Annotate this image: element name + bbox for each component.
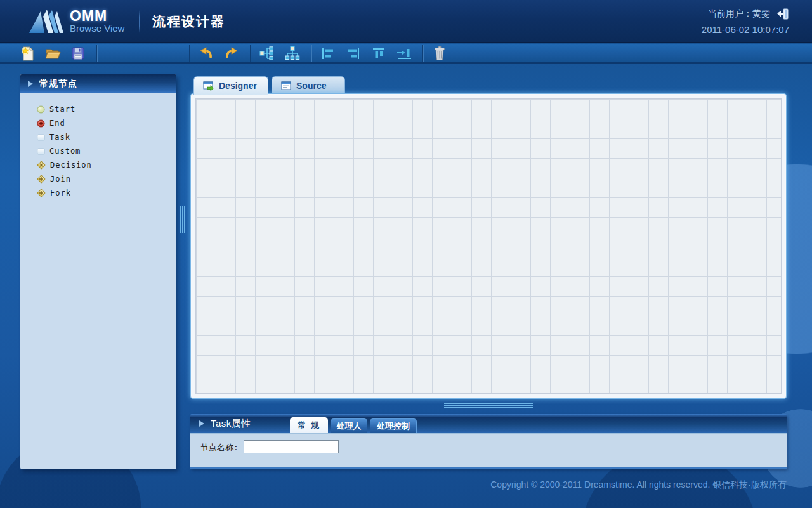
- tab-handling-control-label: 处理控制: [377, 420, 410, 432]
- save-button[interactable]: [70, 45, 86, 62]
- omm-logo: OMM Browse View: [28, 8, 124, 34]
- process-designer-window: OMM Browse View 流程设计器 当前用户：黄雯 2011-06-02…: [0, 0, 812, 508]
- logo-triangles-icon: [28, 8, 63, 34]
- custom-rect-icon: [37, 147, 45, 156]
- toolbar-separator: [422, 45, 424, 62]
- node-item-decision[interactable]: Decision: [37, 158, 176, 172]
- decision-diamond-icon: [37, 161, 46, 170]
- node-item-custom[interactable]: Custom: [37, 144, 176, 158]
- node-item-join[interactable]: Join: [37, 172, 176, 186]
- toolbar-separator: [189, 45, 190, 62]
- page-title: 流程设计器: [152, 13, 225, 30]
- align-left-button[interactable]: [320, 45, 336, 62]
- align-right-button[interactable]: [345, 45, 362, 62]
- tab-source[interactable]: Source: [272, 76, 345, 94]
- delete-button[interactable]: [431, 45, 448, 62]
- redo-icon: [224, 46, 239, 60]
- new-file-icon: [20, 46, 35, 62]
- node-palette-panel: 常规节点 Start End: [20, 74, 176, 469]
- task-rect-icon: [37, 133, 45, 142]
- tab-handler-label: 处理人: [337, 420, 362, 432]
- align-right-icon: [346, 46, 361, 60]
- node-item-end[interactable]: End: [37, 116, 176, 130]
- align-left-icon: [320, 46, 336, 60]
- save-icon: [71, 46, 85, 60]
- header-divider: [139, 10, 140, 33]
- designer-canvas-panel: [190, 93, 787, 399]
- node-label: Decision: [50, 161, 92, 170]
- logo-title: OMM: [70, 8, 124, 23]
- datetime-label: 2011-06-02 10:07:07: [702, 24, 789, 35]
- align-bottom-button[interactable]: [396, 45, 412, 62]
- fork-diamond-icon: [37, 189, 46, 197]
- source-tab-icon: [281, 81, 291, 90]
- tab-general[interactable]: 常 规: [290, 417, 328, 433]
- task-properties-header: Task属性 常 规 处理人 处理控制: [190, 414, 787, 433]
- logo-subtitle: Browse View: [70, 23, 124, 34]
- undo-button[interactable]: [198, 45, 214, 62]
- node-list: Start End Task: [20, 93, 176, 200]
- main-toolbar: [0, 44, 812, 64]
- logout-icon[interactable]: [776, 8, 789, 20]
- open-folder-icon: [45, 46, 61, 60]
- node-label: End: [49, 119, 65, 128]
- toolbar-separator: [250, 45, 251, 62]
- node-label: Custom: [49, 147, 81, 156]
- designer-tab-icon: [203, 81, 214, 91]
- toolbar-separator: [311, 45, 312, 62]
- align-top-icon: [371, 46, 386, 60]
- tab-handler[interactable]: 处理人: [331, 418, 367, 433]
- node-label: Fork: [50, 189, 71, 197]
- task-properties-title: Task属性: [211, 418, 251, 430]
- app-header: OMM Browse View 流程设计器 当前用户：黄雯 2011-06-02…: [0, 0, 812, 43]
- node-label: Task: [49, 133, 70, 142]
- trash-icon: [433, 46, 446, 61]
- node-palette-header[interactable]: 常规节点: [20, 74, 176, 93]
- layout-tree-horizontal-icon: [259, 46, 275, 60]
- tab-designer[interactable]: Designer: [193, 76, 268, 95]
- current-user-label: 当前用户：黄雯: [708, 8, 770, 20]
- tab-source-label: Source: [296, 81, 326, 91]
- tab-handling-control[interactable]: 处理控制: [370, 418, 417, 433]
- designer-grid-canvas[interactable]: [195, 98, 782, 394]
- copyright-text: Copyright © 2000-2011 Dreamstime. All ri…: [490, 479, 787, 491]
- new-file-button[interactable]: [19, 45, 36, 62]
- node-name-label: 节点名称:: [200, 442, 239, 453]
- node-label: Start: [49, 105, 75, 114]
- tab-general-label: 常 规: [298, 420, 320, 431]
- toolbar-separator: [96, 45, 98, 62]
- align-bottom-icon: [396, 46, 412, 60]
- layout-tree-vertical-icon: [285, 46, 300, 61]
- node-item-start[interactable]: Start: [37, 102, 176, 116]
- open-button[interactable]: [44, 45, 61, 62]
- start-circle-icon: [37, 105, 45, 114]
- layout-tree-vertical-button[interactable]: [284, 45, 301, 62]
- join-diamond-icon: [37, 175, 46, 184]
- tab-designer-label: Designer: [219, 81, 257, 91]
- end-circle-icon: [37, 119, 45, 128]
- redo-button[interactable]: [223, 45, 240, 62]
- node-item-task[interactable]: Task: [37, 130, 176, 144]
- vertical-splitter[interactable]: [180, 206, 187, 233]
- expand-arrow-icon: [199, 420, 204, 427]
- align-top-button[interactable]: [370, 45, 387, 62]
- task-properties-body: 节点名称:: [190, 433, 787, 469]
- node-label: Join: [50, 175, 71, 184]
- undo-icon: [199, 46, 214, 60]
- task-properties-panel: Task属性 常 规 处理人 处理控制 节点名称:: [190, 414, 787, 469]
- node-name-input[interactable]: [244, 440, 339, 453]
- node-palette-title: 常规节点: [39, 78, 77, 90]
- expand-arrow-icon: [28, 81, 33, 87]
- node-item-fork[interactable]: Fork: [37, 186, 176, 200]
- horizontal-splitter[interactable]: [444, 403, 533, 410]
- layout-tree-horizontal-button[interactable]: [259, 45, 275, 62]
